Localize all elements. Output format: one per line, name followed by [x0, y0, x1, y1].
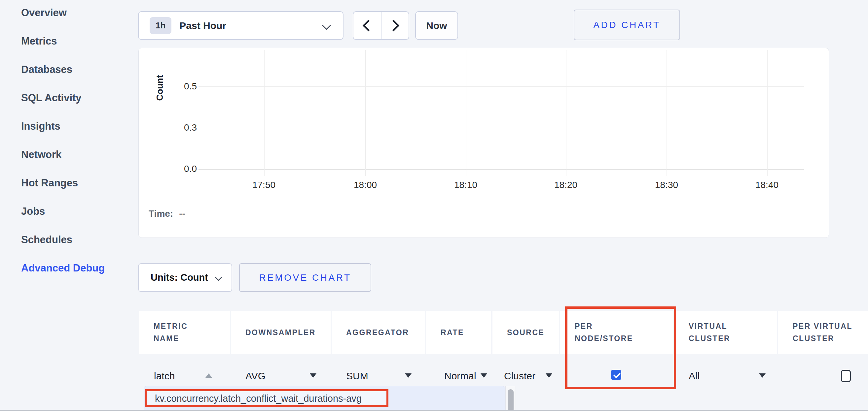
rate-select[interactable]: Normal: [444, 369, 476, 383]
time-nav-group: [353, 11, 409, 40]
column-header-virtual-cluster: VIRTUAL CLUSTER: [674, 311, 777, 354]
metric-suggestions-dropdown: kv.concurrency.latch_conflict_wait_durat…: [144, 386, 505, 411]
gridline-v: [466, 50, 466, 176]
triangle-down-icon: [759, 373, 766, 378]
time-readout-label: Time:: [149, 208, 173, 219]
per-node-store-checkbox[interactable]: [611, 370, 621, 380]
downsampler-select[interactable]: AVG: [245, 369, 266, 383]
time-range-label: Past Hour: [179, 20, 226, 31]
units-select[interactable]: Units: Count: [138, 263, 232, 292]
time-range-select[interactable]: 1h Past Hour: [138, 11, 343, 40]
chevron-down-icon: [322, 21, 331, 30]
dropdown-scrollbar-thumb[interactable]: [508, 389, 514, 411]
sidebar-item-insights[interactable]: Insights: [21, 119, 130, 134]
sidebar-item-schedules[interactable]: Schedules: [21, 232, 130, 247]
sidebar-item-network[interactable]: Network: [21, 147, 130, 162]
sidebar-item-jobs[interactable]: Jobs: [21, 204, 130, 219]
x-tick: 18:10: [446, 180, 486, 190]
gridline-v: [767, 50, 768, 176]
gridline-v: [365, 50, 366, 176]
sidebar-item-databases[interactable]: Databases: [21, 62, 130, 77]
column-header-aggregator: AGGREGATOR: [332, 311, 425, 354]
gridline-v: [566, 50, 566, 176]
source-select[interactable]: Cluster: [504, 369, 535, 383]
chart-card: Count 0.5 0.3 0.0 17:50 18:00 18:10 18:2…: [138, 48, 829, 238]
triangle-down-icon: [546, 373, 552, 378]
y-tick: 0.3: [170, 123, 197, 133]
bottom-edge-strip: [0, 410, 868, 411]
sidebar-item-advanced-debug[interactable]: Advanced Debug: [21, 261, 130, 275]
aggregator-select[interactable]: SUM: [346, 369, 368, 383]
gridline-h: [198, 87, 804, 87]
x-tick: 18:40: [747, 180, 787, 190]
x-tick: 18:20: [546, 180, 586, 190]
column-header-downsampler: DOWNSAMPLER: [231, 311, 331, 354]
triangle-down-icon: [310, 373, 316, 378]
column-header-per-node-store: PER NODE/STORE: [560, 311, 673, 354]
y-axis-label: Count: [155, 88, 165, 101]
column-header-source: SOURCE: [492, 311, 559, 354]
y-tick: 0.0: [170, 164, 197, 174]
sidebar-item-overview[interactable]: Overview: [21, 5, 130, 20]
gridline-v: [666, 50, 667, 176]
chevron-right-icon: [388, 20, 399, 31]
chevron-down-icon: [215, 274, 222, 281]
metric-suggestion-item[interactable]: kv.concurrency.latch_conflict_wait_durat…: [146, 390, 388, 407]
triangle-down-icon: [405, 373, 411, 378]
add-chart-button[interactable]: ADD CHART: [574, 9, 680, 40]
time-prev-button[interactable]: [353, 12, 381, 39]
y-tick: 0.5: [170, 81, 197, 92]
chevron-left-icon: [363, 20, 374, 31]
gridline-h-zero: [198, 169, 804, 170]
per-virtual-cluster-checkbox[interactable]: [841, 370, 851, 382]
sidebar: Overview Metrics Databases SQL Activity …: [21, 5, 130, 289]
gridline-v: [264, 50, 265, 176]
sidebar-item-sql-activity[interactable]: SQL Activity: [21, 91, 130, 105]
column-header-metric-name: METRIC NAME: [139, 311, 230, 354]
virtual-cluster-select[interactable]: All: [689, 369, 700, 383]
time-readout-value: --: [179, 208, 185, 219]
remove-chart-button[interactable]: REMOVE CHART: [239, 263, 371, 292]
sidebar-item-metrics[interactable]: Metrics: [21, 34, 130, 48]
metric-name-input[interactable]: latch: [154, 369, 175, 383]
units-select-label: Units: Count: [151, 272, 208, 283]
column-header-rate: RATE: [426, 311, 491, 354]
gridline-h: [198, 128, 804, 128]
sidebar-item-hot-ranges[interactable]: Hot Ranges: [21, 175, 130, 190]
x-tick: 18:30: [647, 180, 686, 190]
column-header-per-virtual-cluster: PER VIRTUAL CLUSTER: [778, 311, 868, 354]
time-readout: Time:--: [149, 208, 185, 219]
time-next-button[interactable]: [381, 12, 409, 39]
triangle-down-icon: [480, 373, 487, 378]
now-button[interactable]: Now: [415, 11, 458, 40]
triangle-up-icon[interactable]: [206, 373, 212, 378]
x-tick: 17:50: [244, 180, 284, 190]
time-range-badge: 1h: [150, 17, 172, 34]
x-tick: 18:00: [345, 180, 385, 190]
